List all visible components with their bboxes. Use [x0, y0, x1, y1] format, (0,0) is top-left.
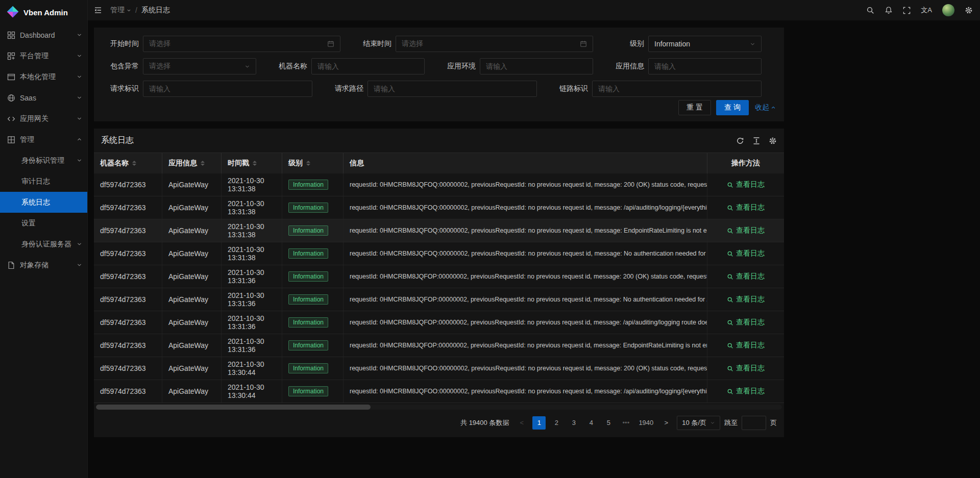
column-settings-gear-icon[interactable] — [769, 137, 777, 145]
cell-machine-name: df5974d72363 — [94, 196, 162, 219]
chevron-down-icon — [77, 262, 82, 268]
sidebar-item-identity[interactable]: 身份标识管理 — [0, 150, 87, 171]
notification-bell-icon[interactable] — [885, 6, 893, 14]
exception-select[interactable]: 请选择 — [143, 58, 256, 74]
fullscreen-icon[interactable] — [903, 7, 911, 14]
jump-page-input[interactable] — [742, 416, 766, 430]
app-logo[interactable]: Vben Admin — [0, 0, 87, 24]
column-header-timestamp[interactable]: 时间戳 — [222, 153, 282, 173]
view-log-link[interactable]: 查看日志 — [727, 295, 765, 304]
page-button-5[interactable]: 5 — [602, 416, 615, 430]
search-icon[interactable] — [866, 6, 874, 14]
sidebar-item-admin[interactable]: 管理 — [0, 129, 87, 150]
sidebar-item-label: 身份标识管理 — [21, 156, 77, 165]
collapse-link[interactable]: 收起 — [755, 103, 776, 112]
sidebar: Vben Admin Dashboard平台管理本地化管理Saas应用网关管理身… — [0, 0, 88, 478]
request-path-label: 请求路径 — [327, 84, 363, 93]
page-button-1[interactable]: 1 — [532, 416, 546, 430]
next-page-button[interactable]: > — [659, 416, 673, 430]
view-log-link[interactable]: 查看日志 — [727, 318, 765, 327]
chevron-down-icon — [77, 158, 82, 163]
filter-field-exception: 包含异常 请选择 — [102, 58, 271, 74]
sidebar-item-localization[interactable]: 本地化管理 — [0, 66, 87, 87]
level-badge: Information — [288, 271, 328, 282]
cell-app-info: ApiGateWay — [162, 242, 222, 265]
dashboard-icon — [7, 31, 15, 39]
cell-actions: 查看日志 — [707, 357, 784, 380]
start-time-picker[interactable]: 请选择 — [143, 36, 340, 52]
log-table-panel: 系统日志 机器名称 应用信息 时间戳 级别 信息 操作方法 df5974d723… — [94, 129, 784, 437]
refresh-icon[interactable] — [736, 137, 744, 145]
view-log-link[interactable]: 查看日志 — [727, 387, 765, 396]
view-log-link[interactable]: 查看日志 — [727, 272, 765, 281]
filter-field-end-time: 结束时间 请选择 — [355, 36, 607, 52]
filter-field-request-path: 请求路径 — [327, 81, 551, 97]
page-button-3[interactable]: 3 — [567, 416, 580, 430]
sidebar-item-dashboard[interactable]: Dashboard — [0, 24, 87, 45]
sidebar-item-saas[interactable]: Saas — [0, 87, 87, 108]
cell-message: requestId: 0HMCRBM8JQFOQ:00000002, previ… — [344, 242, 707, 265]
pagination: 共 19400 条数据 < 12345 ••• 1940 > 10 条/页 跳至… — [94, 410, 784, 432]
level-select[interactable]: Information — [648, 36, 762, 52]
cell-message: requestId: 0HMCRBM8JQFOO:00000002, previ… — [344, 357, 707, 380]
cell-level: Information — [282, 380, 344, 402]
column-height-icon[interactable] — [752, 137, 761, 145]
page-size-select[interactable]: 10 条/页 — [677, 416, 720, 430]
sidebar-item-object-storage[interactable]: 对象存储 — [0, 255, 87, 275]
end-time-picker[interactable]: 请选择 — [396, 36, 593, 52]
column-header-machine[interactable]: 机器名称 — [94, 153, 162, 173]
request-path-input[interactable] — [368, 81, 537, 97]
prev-page-button[interactable]: < — [515, 416, 528, 430]
scrollbar-thumb[interactable] — [96, 405, 371, 410]
table-row: df5974d72363ApiGateWay2021-10-30 13:31:3… — [94, 242, 784, 265]
sidebar-item-audit-log[interactable]: 审计日志 — [0, 171, 87, 192]
cell-machine-name: df5974d72363 — [94, 311, 162, 334]
machine-name-input[interactable] — [311, 58, 425, 74]
cell-level: Information — [282, 196, 344, 219]
sidebar-item-label: 平台管理 — [20, 52, 77, 61]
cell-level: Information — [282, 357, 344, 380]
page-button-2[interactable]: 2 — [550, 416, 563, 430]
view-log-link[interactable]: 查看日志 — [727, 341, 765, 350]
reset-button[interactable]: 重 置 — [678, 100, 711, 115]
app-info-input[interactable] — [648, 58, 762, 74]
request-id-input[interactable] — [143, 81, 312, 97]
sidebar-item-label: 管理 — [20, 135, 77, 144]
translate-icon[interactable]: 文A — [921, 6, 932, 15]
cell-message: requestId: 0HMCRBM8JQFOQ:00000002, previ… — [344, 196, 707, 219]
sidebar-item-auth-server[interactable]: 身份认证服务器 — [0, 234, 87, 255]
cell-message: requestId: 0HMCRBM8JQFOQ:00000002, previ… — [344, 173, 707, 196]
sidebar-item-platform[interactable]: 平台管理 — [0, 45, 87, 66]
view-log-link[interactable]: 查看日志 — [727, 180, 765, 189]
cell-app-info: ApiGateWay — [162, 334, 222, 357]
query-button[interactable]: 查 询 — [716, 100, 749, 115]
chevron-down-icon — [127, 8, 131, 13]
column-header-level[interactable]: 级别 — [282, 153, 344, 173]
sidebar-item-settings[interactable]: 设置 — [0, 213, 87, 234]
view-log-link[interactable]: 查看日志 — [727, 249, 765, 258]
sidebar-item-gateway[interactable]: 应用网关 — [0, 108, 87, 129]
view-log-link[interactable]: 查看日志 — [727, 203, 765, 212]
gear-icon[interactable] — [965, 6, 973, 14]
page-button-last[interactable]: 1940 — [636, 416, 655, 430]
magnifier-icon — [727, 250, 733, 257]
trace-id-input[interactable] — [592, 81, 762, 97]
magnifier-icon — [727, 228, 733, 234]
avatar[interactable] — [942, 4, 954, 16]
cell-level: Information — [282, 242, 344, 265]
cell-machine-name: df5974d72363 — [94, 219, 162, 242]
cell-machine-name: df5974d72363 — [94, 334, 162, 357]
sidebar-item-system-log[interactable]: 系统日志 — [0, 192, 87, 213]
breadcrumb-page: 系统日志 — [141, 6, 170, 15]
cell-level: Information — [282, 219, 344, 242]
localization-icon — [7, 73, 15, 81]
app-env-input[interactable] — [480, 58, 593, 74]
page-button-4[interactable]: 4 — [584, 416, 598, 430]
view-log-link[interactable]: 查看日志 — [727, 226, 765, 235]
table-row: df5974d72363ApiGateWay2021-10-30 13:31:3… — [94, 196, 784, 219]
breadcrumb-section[interactable]: 管理 — [110, 6, 131, 15]
magnifier-icon — [727, 319, 733, 326]
view-log-link[interactable]: 查看日志 — [727, 364, 765, 373]
menu-fold-icon[interactable] — [94, 6, 102, 14]
column-header-app-info[interactable]: 应用信息 — [162, 153, 222, 173]
